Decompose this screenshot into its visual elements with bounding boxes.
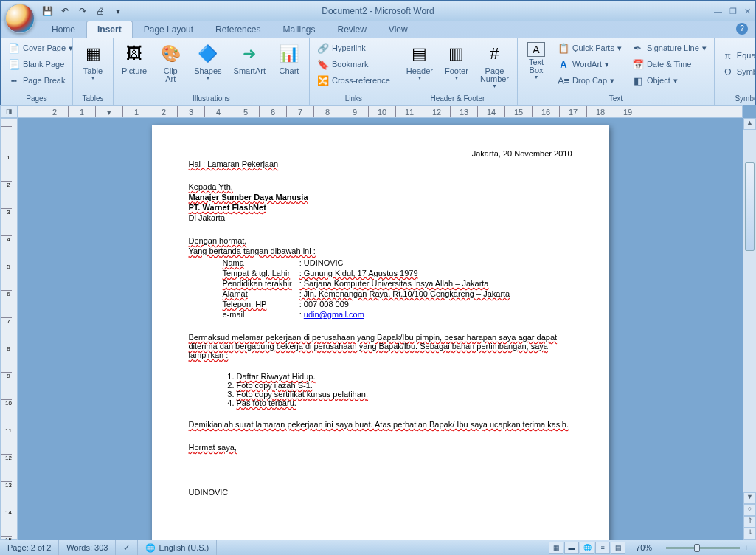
status-words[interactable]: Words: 303 <box>59 540 116 555</box>
object-button[interactable]: ◧Object ▾ <box>628 72 711 89</box>
close-button[interactable]: ✕ <box>744 7 751 16</box>
textbox-button[interactable]: AText Box▼ <box>521 40 552 82</box>
symbol-button[interactable]: ΩSymbol ▾ <box>718 63 756 80</box>
tab-home[interactable]: Home <box>41 21 86 38</box>
status-page[interactable]: Page: 2 of 2 <box>0 540 59 555</box>
email-link[interactable]: udin@gmail.com <box>304 310 364 319</box>
sigline-button[interactable]: ✒Signature Line ▾ <box>628 40 711 56</box>
horizontal-ruler[interactable]: 21▾12345678910111213141516171819 <box>18 105 743 118</box>
header-button[interactable]: ▤Header▼ <box>401 40 438 83</box>
view-fullscreen[interactable]: ▬ <box>564 542 579 554</box>
scroll-down-icon[interactable]: ▼ <box>743 492 756 504</box>
equation-button[interactable]: πEquation ▾ <box>718 47 756 63</box>
doc-manajer: Manajer Sumber Daya Manusia <box>189 193 308 201</box>
hyperlink-icon: 🔗 <box>317 42 329 54</box>
status-lang[interactable]: 🌐English (U.S.) <box>138 540 217 555</box>
tab-mailings[interactable]: Mailings <box>271 21 326 38</box>
doc-bermaksud: Bermaksud melamar pekerjaan di perusahaa… <box>189 333 558 359</box>
ruler-corner[interactable]: ◨ <box>0 105 18 118</box>
group-symbols-label: Symbols <box>718 94 756 103</box>
qat-redo[interactable]: ↷ <box>76 4 89 18</box>
qat-print[interactable]: 🖨 <box>94 4 107 18</box>
document-area[interactable]: Jakarta, 20 November 2010 Hal : Lamaran … <box>18 118 743 540</box>
crossref-icon: 🔀 <box>317 75 329 86</box>
tab-view[interactable]: View <box>378 21 419 38</box>
blank-page-icon: 📃 <box>8 58 20 70</box>
tab-insert[interactable]: Insert <box>86 21 133 38</box>
blank-page-button[interactable]: 📃Blank Page <box>4 56 77 72</box>
scroll-thumb[interactable] <box>745 162 755 251</box>
zoom-out-button[interactable]: − <box>656 543 661 552</box>
scroll-up-icon[interactable]: ▲ <box>743 118 756 130</box>
info-table: Nama: UDINOVIC Tempat & tgl. Lahir: Gunu… <box>218 257 515 320</box>
prev-page-icon[interactable]: ⇑ <box>743 516 756 528</box>
quickparts-button[interactable]: 📋Quick Parts ▾ <box>553 40 626 56</box>
restore-button[interactable]: ❐ <box>729 7 737 16</box>
qat-customize[interactable]: ▾ <box>111 4 125 18</box>
chart-button[interactable]: 📊Chart <box>272 40 306 77</box>
tab-review[interactable]: Review <box>326 21 377 38</box>
group-headerfooter-label: Header & Footer <box>401 94 514 103</box>
status-proof[interactable]: ✓ <box>116 540 138 555</box>
shapes-icon: 🔷 <box>196 42 220 66</box>
zoom-in-button[interactable]: + <box>744 543 749 552</box>
bookmark-icon: 🔖 <box>317 58 329 70</box>
wordart-button[interactable]: AWordArt ▾ <box>553 56 626 72</box>
clipart-button[interactable]: 🎨Clip Art <box>153 40 187 86</box>
proof-icon: ✓ <box>123 543 130 553</box>
pagenum-button[interactable]: #Page Number▼ <box>475 40 514 91</box>
view-draft[interactable]: ▤ <box>611 542 625 554</box>
smartart-button[interactable]: ➜SmartArt <box>229 40 271 77</box>
cover-page-button[interactable]: 📄Cover Page ▾ <box>4 40 77 56</box>
zoom-percent[interactable]: 70% <box>636 543 652 552</box>
table-icon: ▦ <box>81 42 105 66</box>
doc-hal: Hal : Lamaran Pekerjaan <box>189 159 279 168</box>
view-outline[interactable]: ≡ <box>595 542 610 554</box>
qat-undo[interactable]: ↶ <box>58 4 72 18</box>
minimize-button[interactable]: — <box>714 7 722 16</box>
symbol-icon: Ω <box>722 66 734 77</box>
hyperlink-button[interactable]: 🔗Hyperlink <box>313 40 395 56</box>
document-page[interactable]: Jakarta, 20 November 2010 Hal : Lamaran … <box>152 125 609 540</box>
datetime-button[interactable]: 📅Date & Time <box>628 56 711 72</box>
group-illustrations-label: Illustrations <box>117 94 306 103</box>
equation-icon: π <box>722 49 734 61</box>
qat-save[interactable]: 💾 <box>41 4 54 18</box>
bookmark-button[interactable]: 🔖Bookmark <box>313 56 395 72</box>
view-print-layout[interactable]: ▦ <box>549 542 563 554</box>
chart-icon: 📊 <box>277 42 301 66</box>
vertical-ruler[interactable]: 123456789101112131415 <box>0 118 18 540</box>
header-icon: ▤ <box>408 42 431 66</box>
doc-signature: UDINOVIC <box>189 488 572 497</box>
window-title: Document2 - Microsoft Word <box>322 6 434 16</box>
help-button[interactable]: ? <box>736 23 748 35</box>
doc-di: Di Jakarta <box>189 213 572 222</box>
group-tables-label: Tables <box>76 94 110 103</box>
group-text-label: Text <box>521 94 711 103</box>
datetime-icon: 📅 <box>632 58 644 70</box>
next-page-icon[interactable]: ⇓ <box>743 528 756 540</box>
browse-object-icon[interactable]: ○ <box>743 504 756 516</box>
crossref-button[interactable]: 🔀Cross-reference <box>313 72 395 89</box>
vertical-scrollbar[interactable]: ▲ ▼ ○ ⇑ ⇓ <box>743 118 756 540</box>
tab-references[interactable]: References <box>204 21 271 38</box>
zoom-slider[interactable] <box>666 547 740 549</box>
doc-hormat: Hormat saya, <box>189 443 237 452</box>
office-button[interactable] <box>5 4 35 33</box>
wordart-icon: A <box>558 58 569 70</box>
shapes-button[interactable]: 🔷Shapes▼ <box>189 40 226 83</box>
doc-dengan: Dengan hormat, <box>189 236 247 245</box>
table-button[interactable]: ▦Table▼ <box>76 40 110 83</box>
page-break-button[interactable]: ┅Page Break <box>4 72 77 89</box>
dropcap-icon: A≡ <box>558 75 569 86</box>
picture-button[interactable]: 🖼Picture <box>117 40 152 77</box>
footer-icon: ▥ <box>445 42 468 66</box>
doc-demikian: Demikianlah surat lamaran pekerjaan ini … <box>189 420 569 429</box>
clipart-icon: 🎨 <box>159 42 182 66</box>
footer-button[interactable]: ▥Footer▼ <box>440 40 474 83</box>
dropcap-button[interactable]: A≡Drop Cap ▾ <box>553 72 626 89</box>
view-web[interactable]: 🌐 <box>580 542 594 554</box>
tab-page-layout[interactable]: Page Layout <box>133 21 204 38</box>
attachments-list: Daftar Riwayat Hidup. Foto copy ijazah S… <box>226 372 572 407</box>
textbox-icon: A <box>527 42 545 57</box>
